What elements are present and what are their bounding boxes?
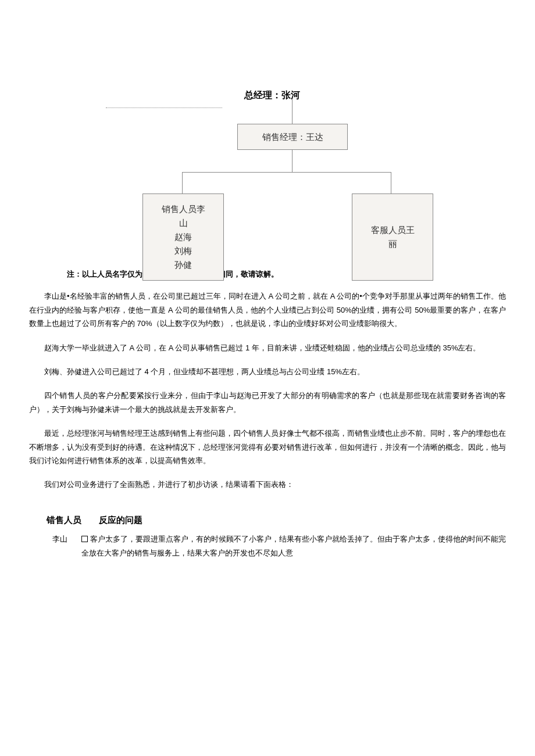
org-box-service-staff: 客服人员王 丽 [352, 194, 433, 281]
problems-table: 错售人员 反应的问题 李山 客户太多了，要跟进重点客户，有的时候顾不了小客户，结… [29, 512, 506, 561]
table-header-person: 错售人员 [47, 512, 99, 528]
org-line [182, 172, 183, 194]
table-row-text: 客户太多了，要跟进重点客户，有的时候顾不了小客户，结果有些小客户就给丢掉了。但由… [81, 535, 506, 558]
body-paragraph: 最近，总经理张河与销售经理王达感到销售上有些问题，四个销售人员好像士气都不很高，… [29, 427, 506, 467]
org-line [182, 172, 391, 173]
org-chart: 总经理：张河 销售经理：王达 销售人员李 山 赵海 刘梅 孙健 客服人员王 丽 [29, 23, 506, 256]
table-row: 李山 客户太多了，要跟进重点客户，有的时候顾不了小客户，结果有些小客户就给丢掉了… [29, 532, 506, 561]
org-box-name: 丽 [388, 237, 397, 251]
table-header-problem: 反应的问题 [99, 512, 506, 528]
table-header-row: 错售人员 反应的问题 [29, 512, 506, 528]
org-box-name: 山 [179, 216, 188, 230]
body-paragraph: 李山是•名经验丰富的销售人员，在公司里已超过三年，同时在进入 A 公司之前，就在… [29, 289, 506, 330]
org-box-name: 刘梅 [174, 244, 192, 258]
body-paragraph: 赵海大学一毕业就进入了 A 公司，在 A 公司从事销售已超过 1 年，目前来讲，… [29, 341, 506, 354]
checkbox-icon [81, 536, 88, 542]
org-box-sales-staff: 销售人员李 山 赵海 刘梅 孙健 [142, 194, 224, 281]
org-box-label: 销售经理：王达 [262, 129, 323, 145]
org-box-name: 赵海 [174, 230, 192, 244]
org-line [292, 150, 293, 172]
org-line [292, 99, 293, 124]
org-line-dotted [106, 108, 222, 108]
body-paragraph: 刘梅、孙健进入公司已超过了 4 个月，但业绩却不甚理想，两人业绩总与占公司业绩 … [29, 365, 506, 378]
table-row-content: 客户太多了，要跟进重点客户，有的时候顾不了小客户，结果有些小客户就给丢掉了。但由… [81, 532, 506, 561]
org-line [391, 172, 391, 194]
table-row-person: 李山 [52, 532, 81, 561]
org-box-service-header: 客服人员王 [371, 223, 415, 237]
body-paragraph: 四个销售人员的客户分配要紧按行业来分，但由于李山与赵海已开发了大部分的有明确需求… [29, 389, 506, 416]
org-box-sales-header: 销售人员李 [162, 202, 205, 216]
body-paragraph: 我们对公司业务进行了全面熟悉，并进行了初步访谈，结果请看下面表格： [29, 478, 506, 491]
org-box-name: 孙健 [174, 258, 192, 272]
org-box-sales-manager: 销售经理：王达 [237, 124, 348, 150]
